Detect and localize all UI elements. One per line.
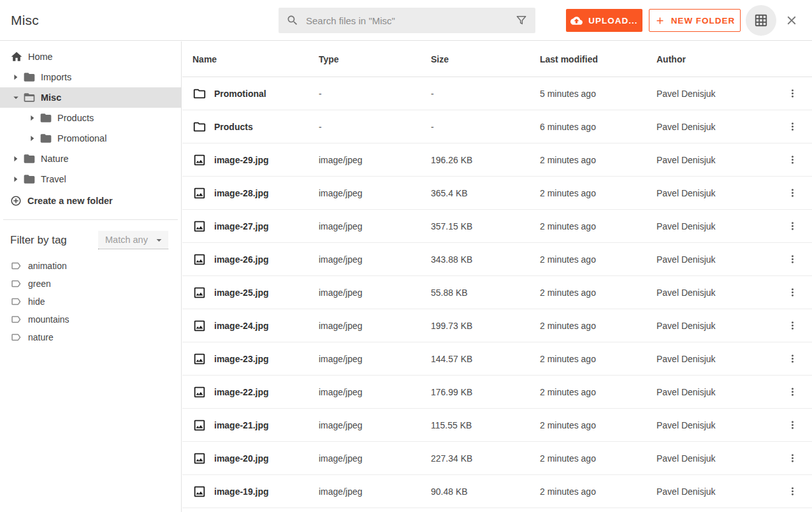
row-actions-button[interactable] xyxy=(786,318,799,333)
chevron-right-icon xyxy=(10,71,22,83)
tag-item-nature[interactable]: nature xyxy=(0,328,181,346)
sidebar-item-travel[interactable]: Travel xyxy=(0,169,181,189)
file-name-cell[interactable]: image-29.jpg xyxy=(192,153,319,167)
upload-button[interactable]: UPLOAD... xyxy=(566,9,642,32)
file-name-cell[interactable]: image-25.jpg xyxy=(192,286,319,300)
sidebar-item-products[interactable]: Products xyxy=(0,108,181,128)
search-bar[interactable] xyxy=(279,8,535,33)
sidebar-item-home[interactable]: Home xyxy=(0,47,181,67)
sidebar-item-misc[interactable]: Misc xyxy=(0,87,181,108)
file-size: 343.88 KB xyxy=(431,254,540,265)
close-button[interactable] xyxy=(783,12,800,29)
new-folder-button-label: NEW FOLDER xyxy=(671,16,736,26)
table-row[interactable]: Products--6 minutes agoPavel Denisjuk xyxy=(182,110,812,143)
file-name-cell[interactable]: image-27.jpg xyxy=(192,219,319,233)
grid-view-button[interactable] xyxy=(746,5,776,36)
column-header-size: Size xyxy=(431,54,540,64)
folder-outline-icon xyxy=(192,120,207,134)
table-row[interactable]: Promotional--5 minutes agoPavel Denisjuk xyxy=(182,77,812,110)
column-header-name: Name xyxy=(192,54,319,64)
table-row[interactable]: image-22.jpgimage/jpeg176.99 KB2 minutes… xyxy=(182,376,812,409)
row-actions-button[interactable] xyxy=(786,219,799,234)
sidebar-item-label: Imports xyxy=(41,73,71,82)
tag-item-green[interactable]: green xyxy=(0,275,181,293)
table-row[interactable]: image-25.jpgimage/jpeg55.88 KB2 minutes … xyxy=(182,276,812,309)
file-size: - xyxy=(431,122,540,132)
file-author: Pavel Denisjuk xyxy=(656,221,786,231)
row-actions-button[interactable] xyxy=(786,351,799,367)
sidebar-item-nature[interactable]: Nature xyxy=(0,149,181,169)
table-row[interactable]: image-23.jpgimage/jpeg144.57 KB2 minutes… xyxy=(182,342,812,376)
sidebar-item-promotional[interactable]: Promotional xyxy=(0,128,181,149)
image-icon xyxy=(192,485,207,499)
row-actions-button[interactable] xyxy=(786,252,799,267)
file-name-cell[interactable]: image-26.jpg xyxy=(192,252,319,267)
file-last-modified: 2 minutes ago xyxy=(540,288,656,298)
file-last-modified: 5 minutes ago xyxy=(540,89,656,99)
table-row[interactable]: image-27.jpgimage/jpeg357.15 KB2 minutes… xyxy=(182,210,812,243)
tag-item-mountains[interactable]: mountains xyxy=(0,311,181,328)
row-actions-button[interactable] xyxy=(786,86,799,101)
row-actions-button[interactable] xyxy=(786,451,799,466)
file-name-cell[interactable]: image-19.jpg xyxy=(192,485,319,499)
file-author: Pavel Denisjuk xyxy=(656,288,786,298)
file-size: 55.88 KB xyxy=(431,288,540,298)
file-type: image/jpeg xyxy=(319,387,431,397)
file-last-modified: 2 minutes ago xyxy=(540,387,656,397)
create-folder-button[interactable]: Create a new folder xyxy=(0,189,181,212)
row-actions-button[interactable] xyxy=(786,119,799,135)
table-row[interactable]: image-21.jpgimage/jpeg115.55 KB2 minutes… xyxy=(182,409,812,442)
row-actions-button[interactable] xyxy=(786,152,799,168)
image-icon xyxy=(192,153,207,167)
row-actions-button[interactable] xyxy=(786,285,799,300)
file-name-cell[interactable]: Products xyxy=(192,120,319,134)
file-table: NameTypeSizeLast modifiedAuthor Promotio… xyxy=(182,41,812,512)
sidebar-item-label: Promotional xyxy=(57,134,106,143)
folder-outline-icon xyxy=(192,87,207,101)
tag-item-hide[interactable]: hide xyxy=(0,293,181,311)
row-actions-button[interactable] xyxy=(786,418,799,433)
tag-icon xyxy=(10,260,22,272)
file-name-cell[interactable]: image-20.jpg xyxy=(192,451,319,465)
file-name-cell[interactable]: image-28.jpg xyxy=(192,186,319,200)
table-row[interactable]: image-26.jpgimage/jpeg343.88 KB2 minutes… xyxy=(182,243,812,276)
table-row[interactable]: image-24.jpgimage/jpeg199.73 KB2 minutes… xyxy=(182,309,812,342)
table-body: Promotional--5 minutes agoPavel Denisjuk… xyxy=(182,77,812,508)
folder-tree: HomeImportsMiscProductsPromotionalNature… xyxy=(0,47,181,189)
table-row[interactable]: image-28.jpgimage/jpeg365.4 KB2 minutes … xyxy=(182,177,812,210)
sidebar-item-imports[interactable]: Imports xyxy=(0,67,181,87)
file-name-cell[interactable]: image-23.jpg xyxy=(192,352,319,366)
image-icon xyxy=(192,385,207,399)
grid-view-icon xyxy=(754,13,768,27)
file-name-cell[interactable]: image-22.jpg xyxy=(192,385,319,399)
table-row[interactable]: image-19.jpgimage/jpeg90.48 KB2 minutes … xyxy=(182,475,812,508)
file-name-cell[interactable]: image-21.jpg xyxy=(192,418,319,432)
new-folder-button[interactable]: NEW FOLDER xyxy=(649,9,741,32)
kebab-icon xyxy=(787,353,799,365)
file-author: Pavel Denisjuk xyxy=(656,122,786,132)
search-input[interactable] xyxy=(306,15,515,26)
table-row[interactable]: image-20.jpgimage/jpeg227.34 KB2 minutes… xyxy=(182,442,812,475)
filter-funnel-icon[interactable] xyxy=(515,14,528,27)
row-actions-button[interactable] xyxy=(786,186,799,201)
file-last-modified: 2 minutes ago xyxy=(540,188,656,198)
tag-item-animation[interactable]: animation xyxy=(0,257,181,275)
table-row[interactable]: image-29.jpgimage/jpeg196.26 KB2 minutes… xyxy=(182,143,812,177)
file-type: image/jpeg xyxy=(319,321,431,331)
filter-by-tag-label: Filter by tag xyxy=(10,234,67,247)
file-name-cell[interactable]: image-24.jpg xyxy=(192,319,319,333)
file-name: image-21.jpg xyxy=(214,420,269,430)
row-actions-button[interactable] xyxy=(786,384,799,400)
chevron-right-icon xyxy=(27,112,38,124)
tag-match-select[interactable]: Match any xyxy=(98,231,168,249)
folder-open-icon xyxy=(23,91,36,104)
table-header: NameTypeSizeLast modifiedAuthor xyxy=(182,41,812,77)
sidebar-item-label: Home xyxy=(28,52,53,62)
kebab-icon xyxy=(787,121,799,133)
file-last-modified: 2 minutes ago xyxy=(540,420,656,430)
chevron-right-icon xyxy=(10,173,22,185)
file-size: 365.4 KB xyxy=(431,188,540,198)
file-name-cell[interactable]: Promotional xyxy=(192,87,319,101)
tag-label: green xyxy=(28,279,51,289)
row-actions-button[interactable] xyxy=(786,484,799,499)
